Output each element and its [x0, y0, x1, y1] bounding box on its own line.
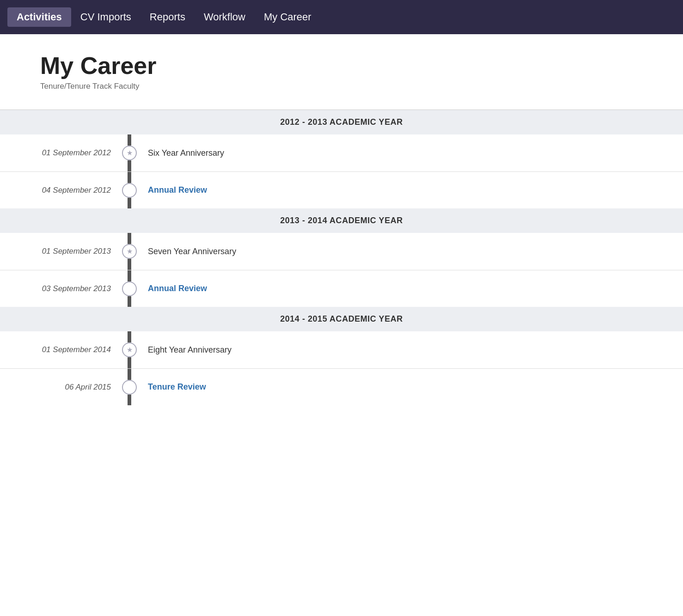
timeline-node: ★ — [120, 134, 139, 171]
nav-item-my-career[interactable]: My Career — [255, 7, 321, 27]
timeline-date: 03 September 2013 — [18, 284, 120, 293]
timeline-bar-bottom — [128, 357, 131, 368]
academic-year-group-2: 2014 - 2015 ACADEMIC YEAR01 September 20… — [0, 307, 683, 405]
timeline-circle: ★ — [122, 146, 137, 160]
timeline-circle — [122, 380, 137, 395]
academic-year-header-0: 2012 - 2013 ACADEMIC YEAR — [0, 110, 683, 134]
page-header: My Career Tenure/Tenure Track Faculty — [0, 34, 683, 105]
timeline-item: 03 September 2013Annual Review — [0, 270, 683, 307]
timeline-date: 01 September 2013 — [18, 247, 120, 256]
timeline-circle: ★ — [122, 244, 137, 259]
academic-year-header-2: 2014 - 2015 ACADEMIC YEAR — [0, 307, 683, 331]
nav-item-activities[interactable]: Activities — [7, 7, 71, 27]
timeline-bar-top — [128, 270, 131, 281]
timeline-event-label: Eight Year Anniversary — [139, 345, 232, 355]
timeline-bar-bottom — [128, 395, 131, 406]
timeline-bar-bottom — [128, 198, 131, 209]
timeline-container: 2012 - 2013 ACADEMIC YEAR01 September 20… — [0, 110, 683, 424]
timeline-bar-top — [128, 172, 131, 183]
timeline-bar-bottom — [128, 259, 131, 270]
timeline-bar-bottom — [128, 296, 131, 307]
timeline-date: 01 September 2012 — [18, 148, 120, 158]
timeline-item: 01 September 2012★Six Year Anniversary — [0, 134, 683, 171]
timeline-node: ★ — [120, 233, 139, 270]
page-title: My Career — [40, 53, 643, 79]
timeline-item: 01 September 2013★Seven Year Anniversary — [0, 233, 683, 270]
timeline-event-label: Seven Year Anniversary — [139, 247, 236, 256]
academic-year-header-1: 2013 - 2014 ACADEMIC YEAR — [0, 208, 683, 233]
timeline-bar-bottom — [128, 160, 131, 171]
timeline-event-label: Six Year Anniversary — [139, 148, 224, 158]
timeline-date: 06 April 2015 — [18, 383, 120, 392]
timeline-circle — [122, 281, 137, 296]
timeline-event-link[interactable]: Annual Review — [139, 185, 207, 195]
main-navigation: Activities CV Imports Reports Workflow M… — [0, 0, 683, 34]
timeline-bar-top — [128, 369, 131, 380]
timeline-circle: ★ — [122, 342, 137, 357]
timeline-item: 01 September 2014★Eight Year Anniversary — [0, 331, 683, 368]
timeline-bar-top — [128, 331, 131, 342]
timeline-node — [120, 172, 139, 208]
page-subtitle: Tenure/Tenure Track Faculty — [40, 82, 643, 91]
star-icon: ★ — [127, 346, 133, 354]
timeline-node — [120, 270, 139, 307]
star-icon: ★ — [127, 247, 133, 256]
nav-item-cv-imports[interactable]: CV Imports — [71, 7, 140, 27]
timeline-item: 06 April 2015Tenure Review — [0, 368, 683, 405]
timeline-item: 04 September 2012Annual Review — [0, 171, 683, 208]
timeline-circle — [122, 183, 137, 198]
nav-item-workflow[interactable]: Workflow — [195, 7, 255, 27]
academic-year-group-0: 2012 - 2013 ACADEMIC YEAR01 September 20… — [0, 110, 683, 208]
nav-item-reports[interactable]: Reports — [140, 7, 195, 27]
timeline-bar-top — [128, 233, 131, 244]
timeline-date: 04 September 2012 — [18, 186, 120, 195]
timeline-bar-top — [128, 134, 131, 146]
star-icon: ★ — [127, 149, 133, 157]
timeline-node — [120, 369, 139, 405]
timeline-date: 01 September 2014 — [18, 345, 120, 354]
timeline-event-link[interactable]: Tenure Review — [139, 382, 206, 392]
timeline-event-link[interactable]: Annual Review — [139, 284, 207, 293]
timeline-node: ★ — [120, 331, 139, 368]
academic-year-group-1: 2013 - 2014 ACADEMIC YEAR01 September 20… — [0, 208, 683, 307]
